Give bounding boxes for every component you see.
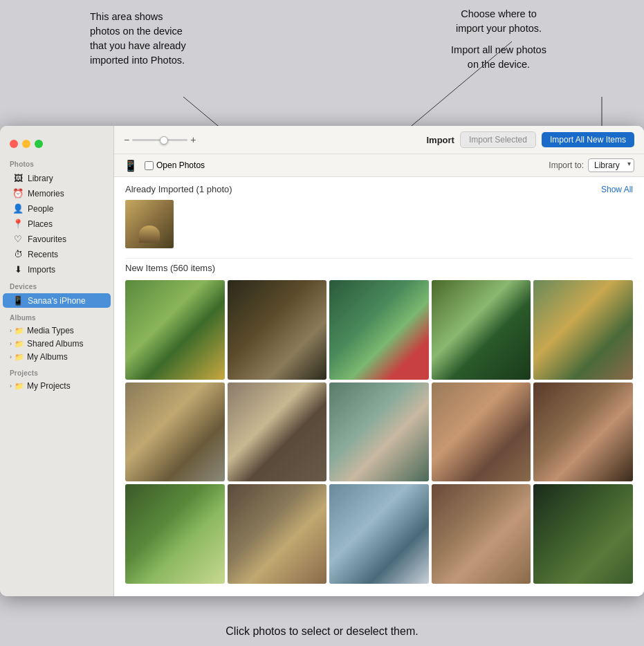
mac-window: Photos 🖼 Library ⏰ Memories 👤 People 📍 P…	[0, 126, 644, 596]
library-icon: 🖼	[12, 173, 24, 183]
sidebar-item-favourites[interactable]: ♡ Favourites	[3, 232, 111, 246]
photo-cell[interactable]	[432, 280, 531, 380]
chevron-icon-3: ›	[10, 353, 12, 360]
chevron-icon-2: ›	[10, 340, 12, 347]
sidebar-item-my-albums[interactable]: › 📁 My Albums	[3, 351, 111, 363]
close-button[interactable]	[10, 140, 18, 148]
device-phone-icon: 📱	[124, 159, 138, 172]
sidebar-item-favourites-label: Favourites	[28, 234, 66, 244]
sidebar-item-recents[interactable]: ⏱ Recents	[3, 247, 111, 261]
import-all-button[interactable]: Import All New Items	[542, 132, 634, 147]
toolbar: − + Import Import Selected Import All Ne…	[114, 126, 644, 154]
photo-cell[interactable]	[228, 484, 327, 584]
library-select[interactable]: Library	[588, 158, 634, 172]
already-imported-header: Already Imported (1 photo) Show All	[125, 184, 633, 194]
memories-icon: ⏰	[12, 188, 24, 199]
already-imported-title: Already Imported (1 photo)	[125, 184, 232, 194]
photo-cell[interactable]	[228, 280, 327, 380]
sidebar-item-memories[interactable]: ⏰ Memories	[3, 186, 111, 201]
maximize-button[interactable]	[35, 140, 43, 148]
import-label: Import	[426, 135, 454, 145]
zoom-minus[interactable]: −	[124, 134, 129, 145]
annotation-left-text: This area shows photos on the device tha…	[90, 11, 186, 66]
photo-cell[interactable]	[533, 280, 633, 380]
annotation-right: Choose where to import your photos. Impo…	[416, 7, 582, 72]
sidebar-section-albums: Albums	[0, 308, 113, 324]
device-bar: 📱 Open Photos Import to: Library	[114, 154, 644, 177]
annotation-right-line5: on the device.	[416, 57, 582, 72]
open-photos-checkbox[interactable]	[145, 161, 154, 170]
sidebar-my-projects-label: My Projects	[27, 381, 71, 391]
annotation-right-line1: Choose where to	[416, 7, 582, 21]
sidebar-item-people-label: People	[28, 204, 53, 214]
photo-cell[interactable]	[533, 382, 633, 482]
already-imported-grid	[125, 200, 633, 248]
import-to-label: Import to:	[549, 160, 584, 170]
annotation-left: This area shows photos on the device tha…	[90, 10, 242, 68]
bottom-annotation: Click photos to select or deselect them.	[0, 624, 644, 639]
sidebar-item-iphone[interactable]: 📱 Sanaa's iPhone	[3, 293, 111, 308]
main-content: − + Import Import Selected Import All Ne…	[114, 126, 644, 596]
photo-cell[interactable]	[125, 484, 225, 584]
import-to-area: Import to: Library	[549, 158, 634, 172]
photo-cell[interactable]	[329, 280, 429, 380]
photo-grid-row1	[125, 280, 633, 380]
photo-grid-row2	[125, 382, 633, 482]
sidebar-item-imports[interactable]: ⬇ Imports	[3, 262, 111, 277]
photo-cell[interactable]	[533, 484, 633, 584]
recents-icon: ⏱	[12, 249, 24, 259]
sidebar-item-imports-label: Imports	[28, 265, 55, 275]
show-all-link[interactable]: Show All	[601, 185, 633, 194]
sidebar-item-library-label: Library	[28, 174, 53, 183]
open-photos-label: Open Photos	[156, 160, 205, 170]
sidebar-my-albums-label: My Albums	[27, 352, 68, 362]
library-select-wrapper[interactable]: Library	[588, 158, 634, 172]
sidebar-section-photos: Photos	[0, 155, 113, 170]
people-icon: 👤	[12, 203, 24, 214]
new-items-title: New Items (560 items)	[125, 258, 633, 273]
photo-cell[interactable]	[125, 280, 225, 380]
sidebar-item-people[interactable]: 👤 People	[3, 201, 111, 216]
photo-cell[interactable]	[125, 382, 225, 482]
chevron-icon-4: ›	[10, 382, 12, 389]
already-imported-photo[interactable]	[125, 200, 174, 248]
zoom-plus[interactable]: +	[190, 134, 196, 145]
zoom-slider-area: − +	[124, 134, 196, 145]
my-folder-icon: 📁	[15, 353, 24, 362]
sidebar-item-recents-label: Recents	[28, 250, 58, 259]
photo-cell[interactable]	[432, 382, 531, 482]
sidebar-item-places[interactable]: 📍 Places	[3, 216, 111, 231]
photo-cell[interactable]	[329, 382, 429, 482]
sidebar-section-devices: Devices	[0, 277, 113, 293]
imports-icon: ⬇	[12, 264, 24, 275]
photo-cell[interactable]	[432, 484, 531, 584]
sidebar-item-iphone-label: Sanaa's iPhone	[28, 296, 86, 306]
sidebar-item-library[interactable]: 🖼 Library	[3, 171, 111, 185]
sidebar-item-media-types[interactable]: › 📁 Media Types	[3, 324, 111, 337]
zoom-slider-thumb[interactable]	[160, 136, 168, 145]
places-icon: 📍	[12, 219, 24, 229]
open-photos-checkbox-area[interactable]: Open Photos	[145, 160, 205, 170]
sidebar-item-memories-label: Memories	[28, 189, 64, 199]
folder-icon: 📁	[15, 326, 24, 335]
photo-cell[interactable]	[228, 382, 327, 482]
zoom-slider-track[interactable]	[132, 139, 187, 141]
photo-cell[interactable]	[329, 484, 429, 584]
window-controls	[0, 134, 113, 155]
chevron-icon: ›	[10, 327, 12, 334]
annotation-right-line4: Import all new photos	[416, 43, 582, 57]
sidebar: Photos 🖼 Library ⏰ Memories 👤 People 📍 P…	[0, 126, 114, 596]
shared-folder-icon: 📁	[15, 340, 24, 349]
favourites-icon: ♡	[12, 234, 24, 244]
sidebar-section-projects: Projects	[0, 364, 113, 379]
sidebar-item-my-projects[interactable]: › 📁 My Projects	[3, 380, 111, 392]
projects-folder-icon: 📁	[15, 382, 24, 391]
annotation-right-line2: import your photos.	[416, 21, 582, 36]
import-selected-button[interactable]: Import Selected	[460, 131, 536, 148]
sidebar-item-places-label: Places	[28, 219, 53, 229]
sidebar-item-shared-albums[interactable]: › 📁 Shared Albums	[3, 338, 111, 350]
minimize-button[interactable]	[22, 140, 30, 148]
photo-grid-row3	[125, 484, 633, 584]
iphone-icon: 📱	[12, 295, 24, 306]
photo-content-area[interactable]: Already Imported (1 photo) Show All New …	[114, 177, 644, 596]
